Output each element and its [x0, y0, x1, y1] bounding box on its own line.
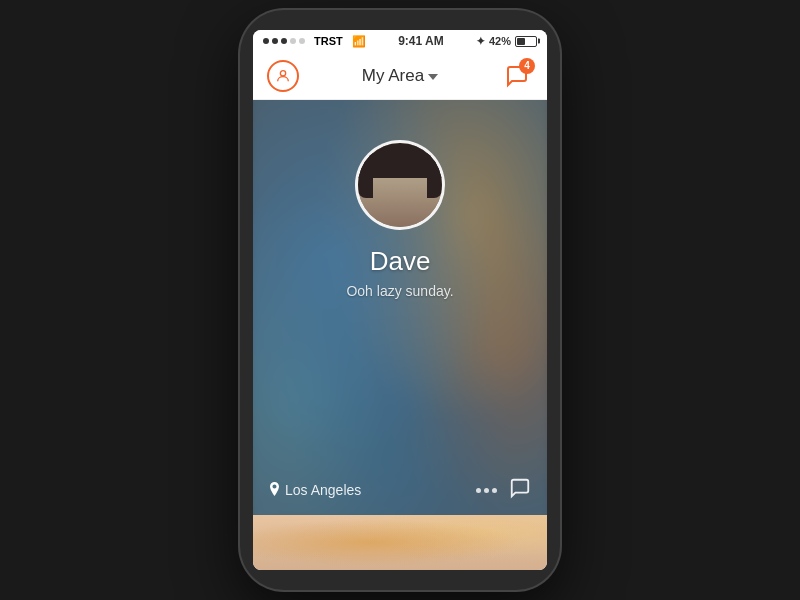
battery-icon	[515, 36, 537, 47]
user-name: Dave	[370, 246, 431, 277]
signal-dot-1	[263, 38, 269, 44]
card-chat-button[interactable]	[509, 477, 531, 504]
next-card-peek	[253, 515, 547, 570]
phone-frame: TRST 📶 9:41 AM ✦ 42% My	[240, 10, 560, 590]
pin-icon	[269, 482, 280, 499]
chat-badge: 4	[519, 58, 535, 74]
chat-button[interactable]: 4	[501, 60, 533, 92]
signal-dot-3	[281, 38, 287, 44]
avatar	[355, 140, 445, 230]
nav-title-area[interactable]: My Area	[362, 66, 438, 86]
card-footer: Los Angeles	[253, 465, 547, 515]
chevron-down-icon	[428, 74, 438, 80]
avatar-hair-right	[427, 153, 442, 198]
battery-fill	[517, 38, 525, 45]
signal-dot-4	[290, 38, 296, 44]
bluetooth-icon: ✦	[476, 35, 485, 48]
profile-button[interactable]	[267, 60, 299, 92]
signal-area: TRST 📶	[263, 35, 366, 48]
dot-2	[484, 488, 489, 493]
battery-pct: 42%	[489, 35, 511, 47]
dot-3	[492, 488, 497, 493]
phone-screen: TRST 📶 9:41 AM ✦ 42% My	[253, 30, 547, 570]
avatar-face	[358, 143, 442, 227]
time-display: 9:41 AM	[398, 34, 444, 48]
nav-bar: My Area 4	[253, 52, 547, 100]
carrier-label: TRST	[314, 35, 343, 47]
card-content: Dave Ooh lazy sunday.	[253, 100, 547, 455]
next-card-peek-bg	[253, 515, 547, 570]
footer-actions	[476, 477, 531, 504]
battery-area: ✦ 42%	[476, 35, 537, 48]
more-options-button[interactable]	[476, 488, 497, 493]
nav-title-label: My Area	[362, 66, 424, 86]
profile-card[interactable]: Dave Ooh lazy sunday. Los Angeles	[253, 100, 547, 515]
svg-point-0	[280, 70, 285, 75]
avatar-hair-left	[358, 153, 373, 198]
user-status: Ooh lazy sunday.	[346, 283, 453, 299]
location-label: Los Angeles	[285, 482, 361, 498]
main-content: Dave Ooh lazy sunday. Los Angeles	[253, 100, 547, 515]
location-info: Los Angeles	[269, 482, 361, 499]
status-bar: TRST 📶 9:41 AM ✦ 42%	[253, 30, 547, 52]
signal-dot-5	[299, 38, 305, 44]
wifi-icon: 📶	[352, 35, 366, 48]
dot-1	[476, 488, 481, 493]
signal-dot-2	[272, 38, 278, 44]
